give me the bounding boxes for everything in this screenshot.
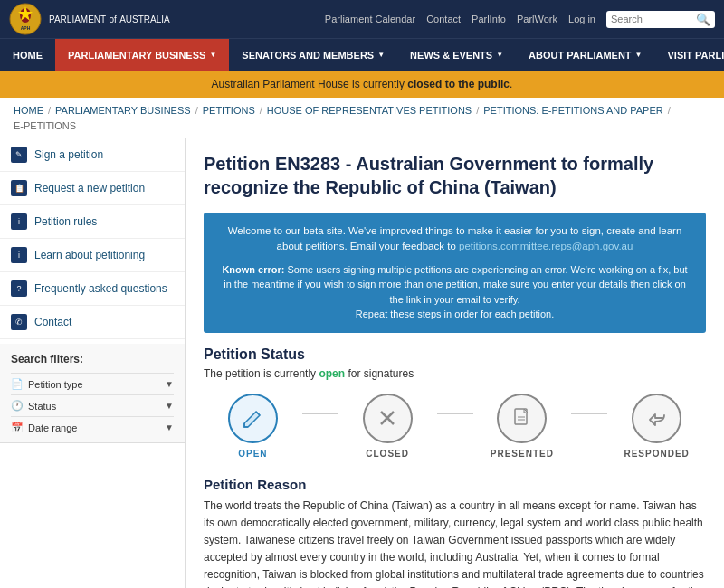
chevron-down-icon: ▼ bbox=[165, 401, 174, 411]
step-connector bbox=[571, 413, 607, 414]
breadcrumb: HOME / PARLIAMENTARY BUSINESS / PETITION… bbox=[0, 98, 724, 138]
sidebar-item-learn[interactable]: i Learn about petitioning bbox=[0, 239, 185, 272]
step-presented-icon bbox=[497, 394, 547, 443]
step-connector bbox=[302, 413, 338, 414]
parliament-calendar-link[interactable]: Parliament Calendar bbox=[325, 14, 415, 24]
beta-notice-box: Welcome to our beta site. We've improved… bbox=[204, 213, 706, 333]
sidebar-item-label: Frequently asked questions bbox=[34, 282, 167, 295]
filter-label: Date range bbox=[28, 422, 77, 433]
page-title: Petition EN3283 - Australian Government … bbox=[204, 152, 706, 199]
sidebar-item-contact[interactable]: ✆ Contact bbox=[0, 306, 185, 339]
step-presented-label: PRESENTED bbox=[491, 449, 554, 459]
breadcrumb-separator: / bbox=[195, 105, 198, 116]
clock-icon: 🕐 bbox=[11, 400, 24, 412]
nav-news-events[interactable]: NEWS & EVENTS ▼ bbox=[397, 39, 516, 71]
logo-area: APH PARLIAMENT of AUSTRALIA bbox=[9, 3, 170, 35]
info-icon: i bbox=[11, 213, 27, 230]
info-icon: i bbox=[11, 247, 27, 263]
svg-text:APH: APH bbox=[21, 25, 31, 31]
sidebar-item-sign[interactable]: ✎ Sign a petition bbox=[0, 138, 185, 172]
step-closed-icon bbox=[363, 394, 413, 443]
breadcrumb-home[interactable]: HOME bbox=[14, 105, 43, 116]
chevron-down-icon: ▼ bbox=[165, 379, 174, 389]
nav-senators-members[interactable]: SENATORS AND MEMBERS ▼ bbox=[229, 39, 397, 71]
step-open: OPEN bbox=[204, 394, 302, 459]
petition-reason-body: The world treats the Republic of China (… bbox=[204, 498, 706, 589]
error-note: Known error: Some users signing multiple… bbox=[217, 262, 692, 322]
step-responded-icon bbox=[632, 394, 681, 443]
breadcrumb-separator: / bbox=[260, 105, 262, 116]
contact-link[interactable]: Contact bbox=[426, 14, 461, 24]
parliament-title: PARLIAMENT of AUSTRALIA bbox=[49, 13, 170, 25]
sidebar-item-faq[interactable]: ? Frequently asked questions bbox=[0, 272, 185, 306]
step-presented: PRESENTED bbox=[473, 394, 572, 459]
feedback-email-link[interactable]: petitions.committee.reps@aph.gov.au bbox=[459, 241, 633, 251]
breadcrumb-current: E-PETITIONS bbox=[14, 120, 76, 131]
petition-status-text: The petition is currently open for signa… bbox=[204, 367, 706, 380]
pencil-step-icon bbox=[240, 405, 265, 431]
chevron-down-icon: ▼ bbox=[635, 51, 643, 59]
content-area: ✎ Sign a petition 📋 Request a new petiti… bbox=[0, 138, 724, 588]
nav-about-parliament[interactable]: ABOUT PARLIAMENT ▼ bbox=[516, 39, 654, 71]
petition-reason-title: Petition Reason bbox=[204, 477, 706, 492]
sidebar-item-rules[interactable]: i Petition rules bbox=[0, 205, 185, 239]
filter-label: Status bbox=[28, 401, 56, 412]
beta-intro-text: Welcome to our beta site. We've improved… bbox=[217, 223, 692, 255]
filter-petition-type[interactable]: 📄 Petition type ▼ bbox=[11, 373, 174, 394]
sidebar-item-label: Request a new petition bbox=[34, 182, 145, 194]
document-icon: 📄 bbox=[11, 378, 24, 390]
parlwork-link[interactable]: ParlWork bbox=[517, 14, 557, 24]
top-nav-links: Parliament Calendar Contact ParlInfo Par… bbox=[325, 11, 715, 28]
main-content: Petition EN3283 - Australian Government … bbox=[186, 138, 724, 588]
coat-of-arms-icon: APH bbox=[9, 3, 42, 35]
pencil-icon: ✎ bbox=[11, 147, 27, 163]
step-closed-label: CLOSED bbox=[366, 449, 409, 459]
clipboard-icon: 📋 bbox=[11, 180, 27, 196]
top-navigation: APH PARLIAMENT of AUSTRALIA Parliament C… bbox=[0, 0, 724, 38]
breadcrumb-hor-petitions[interactable]: HOUSE OF REPRESENTATIVES PETITIONS bbox=[267, 105, 472, 116]
sidebar-item-label: Petition rules bbox=[34, 215, 97, 228]
search-box[interactable]: 🔍 bbox=[606, 11, 715, 28]
filter-status[interactable]: 🕐 Status ▼ bbox=[11, 394, 174, 416]
nav-parliamentary-business[interactable]: PARLIAMENTARY BUSINESS ▼ bbox=[55, 39, 229, 71]
nav-home[interactable]: HOME bbox=[0, 39, 55, 71]
filter-date-range[interactable]: 📅 Date range ▼ bbox=[11, 416, 174, 438]
petition-reason-section: Petition Reason The world treats the Rep… bbox=[204, 477, 706, 589]
step-open-label: OPEN bbox=[238, 449, 267, 459]
sidebar-item-label: Contact bbox=[34, 316, 71, 328]
breadcrumb-parliamentary-business[interactable]: PARLIAMENTARY BUSINESS bbox=[55, 105, 191, 116]
chevron-down-icon: ▼ bbox=[165, 422, 174, 432]
petition-status-section: Petition Status The petition is currentl… bbox=[204, 346, 706, 459]
breadcrumb-separator: / bbox=[48, 105, 51, 116]
breadcrumb-petitions[interactable]: PETITIONS bbox=[203, 105, 255, 116]
nav-visit-parliament[interactable]: VISIT PARLIAMENT ▼ bbox=[655, 39, 725, 71]
step-open-icon bbox=[228, 394, 278, 443]
search-filters: Search filters: 📄 Petition type ▼ 🕐 Stat… bbox=[0, 344, 185, 443]
breadcrumb-epetitions-paper[interactable]: PETITIONS: E-PETITIONS AND PAPER bbox=[483, 105, 662, 116]
breadcrumb-separator: / bbox=[668, 105, 671, 116]
main-navigation: HOME PARLIAMENTARY BUSINESS ▼ SENATORS A… bbox=[0, 38, 724, 71]
sidebar-item-request[interactable]: 📋 Request a new petition bbox=[0, 172, 185, 205]
chevron-down-icon: ▼ bbox=[209, 51, 216, 59]
search-filters-title: Search filters: bbox=[11, 353, 174, 365]
sidebar-item-label: Sign a petition bbox=[34, 148, 103, 161]
step-responded-label: RESPONDED bbox=[624, 449, 689, 459]
sidebar-item-label: Learn about petitioning bbox=[34, 249, 145, 261]
doc-step-icon bbox=[510, 405, 535, 431]
step-connector bbox=[437, 413, 473, 414]
parlinfo-link[interactable]: ParlInfo bbox=[472, 14, 506, 24]
step-responded: RESPONDED bbox=[607, 394, 706, 459]
x-step-icon bbox=[375, 405, 400, 431]
chevron-down-icon: ▼ bbox=[377, 51, 385, 59]
breadcrumb-separator: / bbox=[476, 105, 479, 116]
phone-icon: ✆ bbox=[11, 314, 27, 330]
question-icon: ? bbox=[11, 280, 27, 297]
alert-banner: Australian Parliament House is currently… bbox=[0, 71, 724, 98]
petition-status-title: Petition Status bbox=[204, 346, 706, 363]
sidebar: ✎ Sign a petition 📋 Request a new petiti… bbox=[0, 138, 186, 588]
login-link[interactable]: Log in bbox=[568, 14, 595, 24]
step-closed: CLOSED bbox=[338, 394, 437, 459]
chevron-down-icon: ▼ bbox=[496, 51, 503, 59]
petition-open-label: open bbox=[319, 367, 345, 380]
search-input[interactable] bbox=[611, 14, 692, 24]
